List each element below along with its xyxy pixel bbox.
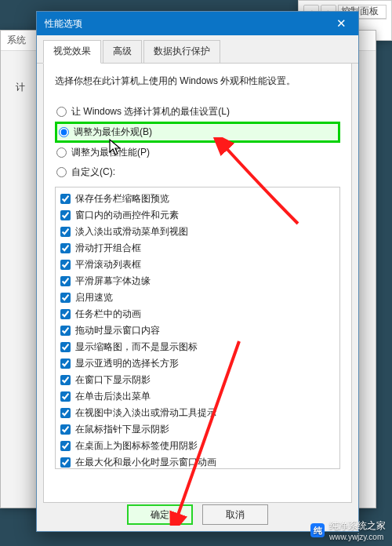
- effect-item[interactable]: 平滑屏幕字体边缘: [60, 273, 335, 289]
- effect-label: 启用速览: [75, 291, 113, 304]
- effect-checkbox[interactable]: [60, 391, 71, 402]
- radio-input-bestperf[interactable]: [56, 147, 67, 158]
- left-panel-label: 计: [16, 81, 25, 94]
- description-text: 选择你想在此计算机上使用的 Windows 外观和性能设置。: [55, 75, 340, 88]
- dialog-title: 性能选项: [45, 17, 82, 31]
- effect-checkbox[interactable]: [60, 243, 71, 253]
- effect-item[interactable]: 在桌面上为图标标签使用阴影: [60, 438, 335, 454]
- effect-checkbox[interactable]: [60, 210, 71, 220]
- tab-dep[interactable]: 数据执行保护: [143, 40, 220, 63]
- watermark-url: www.ywjzy.com: [329, 533, 386, 541]
- watermark-logo-icon: 纯: [310, 523, 325, 537]
- titlebar[interactable]: 性能选项 ✕: [37, 12, 358, 35]
- effect-item[interactable]: 显示亚透明的选择长方形: [60, 355, 335, 372]
- effect-label: 显示缩略图，而不是显示图标: [75, 340, 198, 354]
- tab-bar: 视觉效果 高级 数据执行保护: [37, 35, 358, 64]
- effect-label: 显示亚透明的选择长方形: [75, 357, 179, 370]
- close-icon: ✕: [336, 16, 347, 31]
- effect-label: 平滑滚动列表框: [75, 258, 141, 271]
- effect-label: 任务栏中的动画: [75, 308, 141, 321]
- effect-label: 在单击后淡出菜单: [75, 390, 151, 403]
- effect-label: 平滑屏幕字体边缘: [75, 275, 151, 288]
- effect-label: 淡入淡出或滑动菜单到视图: [75, 225, 188, 238]
- close-button[interactable]: ✕: [324, 12, 358, 35]
- effect-item[interactable]: 任务栏中的动画: [60, 306, 335, 322]
- tab-advanced[interactable]: 高级: [103, 40, 142, 63]
- effect-checkbox[interactable]: [60, 457, 71, 468]
- watermark-text: 纯净系统之家: [329, 519, 386, 533]
- effect-checkbox[interactable]: [60, 260, 71, 270]
- effect-item[interactable]: 在最大化和最小化时显示窗口动画: [60, 454, 335, 469]
- effect-label: 在鼠标指针下显示阴影: [75, 423, 169, 436]
- effect-label: 在桌面上为图标标签使用阴影: [75, 439, 198, 453]
- watermark: 纯 纯净系统之家 www.ywjzy.com: [310, 519, 386, 541]
- effect-item[interactable]: 在窗口下显示阴影: [60, 372, 335, 388]
- effect-label: 窗口内的动画控件和元素: [75, 209, 179, 222]
- radio-label-auto: 让 Windows 选择计算机的最佳设置(L): [71, 105, 230, 118]
- radio-label-bestlook: 调整为最佳外观(B): [74, 126, 152, 139]
- radio-input-bestlook[interactable]: [59, 127, 69, 137]
- effect-item[interactable]: 滑动打开组合框: [60, 240, 335, 257]
- tab-pane-visual: 选择你想在此计算机上使用的 Windows 外观和性能设置。 让 Windows…: [43, 64, 352, 503]
- cancel-button[interactable]: 取消: [202, 504, 268, 525]
- effect-item[interactable]: 在单击后淡出菜单: [60, 388, 335, 405]
- radio-best-appearance[interactable]: 调整为最佳外观(B): [55, 122, 340, 143]
- effect-item[interactable]: 显示缩略图，而不是显示图标: [60, 339, 335, 355]
- radio-input-auto[interactable]: [56, 107, 67, 117]
- ok-button[interactable]: 确定: [127, 504, 193, 525]
- effect-item[interactable]: 窗口内的动画控件和元素: [60, 207, 335, 224]
- radio-label-custom: 自定义(C):: [71, 166, 115, 179]
- effect-checkbox[interactable]: [60, 408, 71, 418]
- effects-list[interactable]: 保存任务栏缩略图预览窗口内的动画控件和元素淡入淡出或滑动菜单到视图滑动打开组合框…: [55, 187, 340, 469]
- effect-checkbox[interactable]: [60, 359, 71, 369]
- effect-label: 保存任务栏缩略图预览: [75, 192, 169, 206]
- radio-custom[interactable]: 自定义(C):: [55, 162, 340, 182]
- effect-item[interactable]: 在视图中淡入淡出或滑动工具提示: [60, 405, 335, 421]
- effect-item[interactable]: 保存任务栏缩略图预览: [60, 191, 335, 207]
- effect-checkbox[interactable]: [60, 309, 71, 319]
- effect-checkbox[interactable]: [60, 227, 71, 237]
- effect-item[interactable]: 在鼠标指针下显示阴影: [60, 421, 335, 438]
- effect-checkbox[interactable]: [60, 276, 71, 286]
- effect-item[interactable]: 启用速览: [60, 289, 335, 306]
- effect-item[interactable]: 平滑滚动列表框: [60, 257, 335, 273]
- effect-label: 在视图中淡入淡出或滑动工具提示: [75, 406, 216, 420]
- radio-best-performance[interactable]: 调整为最佳性能(P): [55, 143, 340, 162]
- radio-label-bestperf: 调整为最佳性能(P): [71, 146, 150, 159]
- effect-item[interactable]: 淡入淡出或滑动菜单到视图: [60, 224, 335, 240]
- effect-label: 拖动时显示窗口内容: [75, 324, 160, 337]
- tab-visual-effects[interactable]: 视觉效果: [43, 40, 101, 64]
- effect-label: 滑动打开组合框: [75, 242, 141, 255]
- effect-checkbox[interactable]: [60, 293, 71, 303]
- effect-checkbox[interactable]: [60, 441, 71, 451]
- effect-label: 在最大化和最小化时显示窗口动画: [75, 456, 216, 469]
- effect-checkbox[interactable]: [60, 424, 71, 435]
- effect-checkbox[interactable]: [60, 326, 71, 336]
- effect-item[interactable]: 拖动时显示窗口内容: [60, 322, 335, 339]
- effect-label: 在窗口下显示阴影: [75, 373, 151, 387]
- effect-checkbox[interactable]: [60, 375, 71, 385]
- effect-checkbox[interactable]: [60, 194, 71, 204]
- radio-input-custom[interactable]: [56, 167, 67, 177]
- performance-options-dialog: 性能选项 ✕ 视觉效果 高级 数据执行保护 选择你想在此计算机上使用的 Wind…: [36, 11, 359, 532]
- effect-checkbox[interactable]: [60, 342, 71, 352]
- radio-let-windows-choose[interactable]: 让 Windows 选择计算机的最佳设置(L): [55, 102, 340, 122]
